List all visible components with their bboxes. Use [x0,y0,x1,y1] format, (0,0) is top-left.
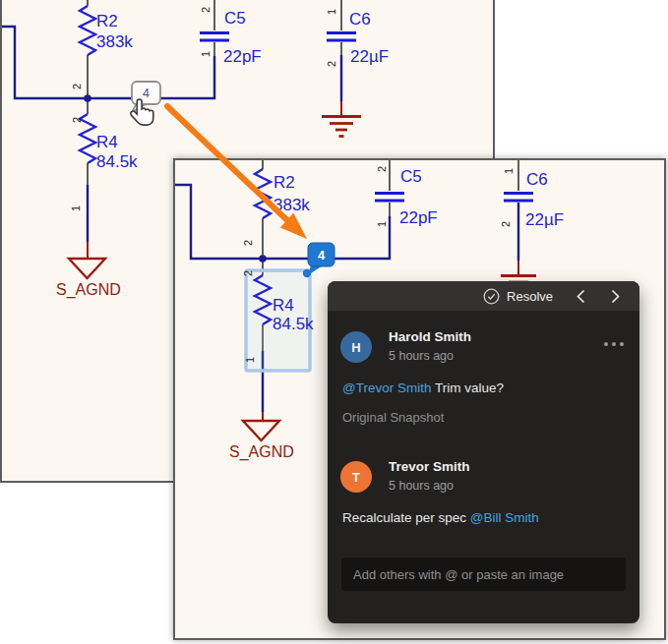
mention-trevor-smith[interactable]: @Trevor Smith [342,381,431,395]
r4-ref: R4 [273,296,294,315]
resistor-r4[interactable]: R4 84.5k [80,114,138,171]
avatar-harold-smith: H [340,331,372,363]
marker-number: 4 [318,248,326,263]
comment-author: Harold Smith [389,329,471,344]
svg-text:2: 2 [326,61,337,67]
comment-thread-panel: Resolve H Harold Smith 5 hours ago @Trev… [328,281,639,623]
wire-junction-dot [84,94,91,102]
r4-ref: R4 [96,133,118,151]
capacitor-c6[interactable]: C6 22µF [504,170,564,229]
comment-text: Trim value? [431,381,504,395]
comment-author: Trevor Smith [389,459,470,474]
avatar-initial: H [351,340,360,355]
resolve-label: Resolve [507,289,553,304]
svg-text:2: 2 [242,240,254,246]
svg-text:2: 2 [71,117,83,123]
c5-value: 22pF [223,47,262,66]
r2-ref: R2 [96,12,118,30]
r2-value: 383k [96,32,133,51]
mention-bill-smith[interactable]: @Bill Smith [470,510,539,525]
svg-text:1: 1 [503,168,515,174]
comment-panel-header: Resolve [328,281,639,311]
schematic-collaboration-screenshot: R2 383k R4 84.5k C5 22pF C6 22µF [0,0,668,644]
svg-text:2: 2 [376,166,388,172]
svg-text:2: 2 [71,84,83,89]
comment-options-menu[interactable] [604,342,624,346]
ground-s-agnd[interactable]: S_AGND [229,412,294,461]
c5-ref: C5 [400,167,422,186]
c6-value: 22µF [525,210,564,229]
ground-earth-c6[interactable] [322,101,361,137]
r2-value: 383k [273,196,310,214]
comment-marker-4-original[interactable]: 4 [132,82,160,112]
avatar-trevor-smith: T [340,461,372,493]
r4-value: 84.5k [96,152,138,171]
svg-text:1: 1 [244,357,256,363]
ground-s-agnd[interactable]: S_AGND [56,242,121,299]
c6-value: 22µF [350,47,389,66]
c5-value: 22pF [399,208,438,227]
svg-text:1: 1 [70,205,82,211]
original-snapshot-note: Original Snapshot [342,410,444,425]
chevron-left-icon [575,288,587,305]
svg-text:1: 1 [376,221,388,227]
resistor-r2[interactable]: R2 383k [80,6,133,55]
comment-text: Recalculate per spec [342,510,470,525]
marker-number: 4 [143,87,150,100]
s-agnd-label: S_AGND [56,281,121,299]
check-circle-icon [483,288,500,305]
comment-message: Recalculate per spec @Bill Smith [342,510,539,525]
capacitor-c5[interactable]: C5 22pF [375,167,438,227]
next-comment-button[interactable] [609,288,622,305]
resolve-button[interactable]: Resolve [483,288,553,305]
comment-marker-4-active[interactable]: 4 [308,243,334,275]
c5-ref: C5 [224,9,246,28]
add-comment-input[interactable] [341,557,626,591]
resistor-r2[interactable]: R2 383k [255,169,310,218]
avatar-initial: T [352,470,360,485]
svg-text:1: 1 [200,51,212,57]
s-agnd-label: S_AGND [229,443,294,461]
wire-junction-dot [259,255,267,263]
svg-text:1: 1 [326,9,337,15]
r4-value: 84.5k [273,315,314,333]
ground-earth-c6[interactable] [501,261,536,282]
capacitor-c6[interactable]: C6 22µF [327,10,389,66]
svg-text:2: 2 [200,7,212,13]
comment-timestamp: 5 hours ago [389,479,454,493]
svg-text:2: 2 [242,270,254,276]
comment-timestamp: 5 hours ago [389,349,454,363]
svg-text:2: 2 [500,221,512,227]
previous-comment-button[interactable] [575,288,587,305]
c6-ref: C6 [526,170,548,189]
comment-message: @Trevor Smith Trim value? [342,381,504,395]
chevron-right-icon [609,288,622,305]
r2-ref: R2 [273,173,295,192]
c6-ref: C6 [349,10,371,29]
